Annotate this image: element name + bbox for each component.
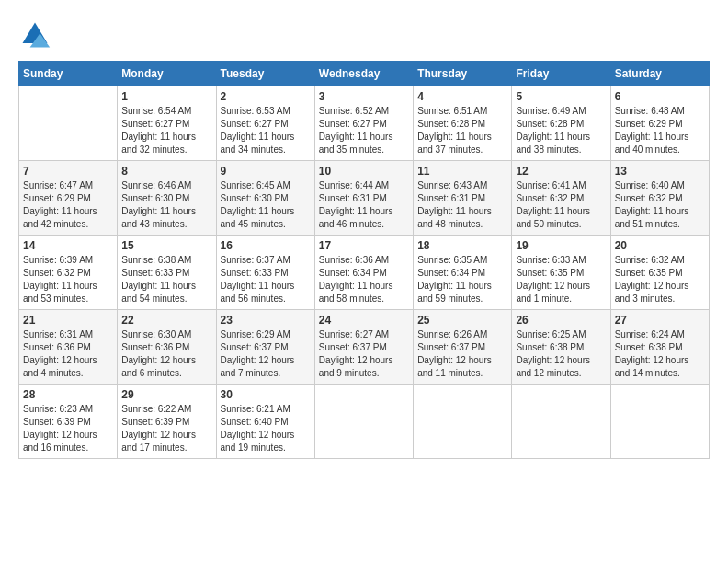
day-info: Sunrise: 6:47 AM Sunset: 6:29 PM Dayligh… — [23, 179, 113, 231]
day-number: 6 — [615, 90, 705, 103]
day-number: 4 — [417, 90, 507, 103]
day-info: Sunrise: 6:35 AM Sunset: 6:34 PM Dayligh… — [417, 254, 507, 305]
calendar-cell: 14Sunrise: 6:39 AM Sunset: 6:32 PM Dayli… — [19, 236, 118, 310]
calendar-cell: 20Sunrise: 6:32 AM Sunset: 6:35 PM Dayli… — [610, 236, 709, 310]
day-number: 27 — [615, 314, 705, 327]
day-number: 25 — [417, 314, 507, 327]
day-number: 24 — [319, 314, 409, 327]
day-number: 28 — [23, 388, 113, 401]
calendar-day-header: Friday — [512, 62, 610, 86]
calendar-day-header: Tuesday — [216, 62, 314, 86]
calendar-cell: 4Sunrise: 6:51 AM Sunset: 6:28 PM Daylig… — [414, 86, 512, 161]
calendar-day-header: Monday — [118, 62, 216, 86]
calendar-day-header: Saturday — [610, 62, 709, 86]
calendar-cell — [19, 86, 118, 161]
logo — [18, 18, 57, 52]
day-info: Sunrise: 6:39 AM Sunset: 6:32 PM Dayligh… — [23, 254, 113, 305]
calendar-cell: 27Sunrise: 6:24 AM Sunset: 6:38 PM Dayli… — [610, 310, 709, 385]
day-info: Sunrise: 6:31 AM Sunset: 6:36 PM Dayligh… — [23, 328, 113, 380]
day-number: 20 — [615, 239, 705, 252]
calendar-cell: 5Sunrise: 6:49 AM Sunset: 6:28 PM Daylig… — [512, 86, 610, 161]
day-number: 15 — [121, 239, 211, 252]
calendar-cell: 8Sunrise: 6:46 AM Sunset: 6:30 PM Daylig… — [118, 161, 216, 236]
calendar-cell: 26Sunrise: 6:25 AM Sunset: 6:38 PM Dayli… — [512, 310, 610, 385]
calendar-week-row: 1Sunrise: 6:54 AM Sunset: 6:27 PM Daylig… — [19, 86, 710, 161]
day-number: 10 — [319, 165, 409, 178]
calendar-week-row: 14Sunrise: 6:39 AM Sunset: 6:32 PM Dayli… — [19, 236, 710, 310]
day-number: 16 — [221, 239, 311, 252]
day-number: 7 — [23, 165, 113, 178]
calendar-cell — [512, 385, 610, 459]
day-info: Sunrise: 6:49 AM Sunset: 6:28 PM Dayligh… — [516, 105, 606, 156]
calendar-cell: 16Sunrise: 6:37 AM Sunset: 6:33 PM Dayli… — [216, 236, 314, 310]
day-info: Sunrise: 6:44 AM Sunset: 6:31 PM Dayligh… — [319, 179, 409, 231]
day-info: Sunrise: 6:38 AM Sunset: 6:33 PM Dayligh… — [121, 254, 211, 305]
day-info: Sunrise: 6:36 AM Sunset: 6:34 PM Dayligh… — [319, 254, 409, 305]
calendar-cell: 25Sunrise: 6:26 AM Sunset: 6:37 PM Dayli… — [414, 310, 512, 385]
calendar-cell: 7Sunrise: 6:47 AM Sunset: 6:29 PM Daylig… — [19, 161, 118, 236]
day-info: Sunrise: 6:40 AM Sunset: 6:32 PM Dayligh… — [615, 179, 705, 231]
calendar-week-row: 7Sunrise: 6:47 AM Sunset: 6:29 PM Daylig… — [19, 161, 710, 236]
day-info: Sunrise: 6:22 AM Sunset: 6:39 PM Dayligh… — [121, 403, 211, 454]
calendar-day-header: Sunday — [19, 62, 118, 86]
calendar-cell: 3Sunrise: 6:52 AM Sunset: 6:27 PM Daylig… — [314, 86, 413, 161]
day-number: 17 — [319, 239, 409, 252]
day-info: Sunrise: 6:52 AM Sunset: 6:27 PM Dayligh… — [319, 105, 409, 156]
day-info: Sunrise: 6:25 AM Sunset: 6:38 PM Dayligh… — [516, 328, 606, 380]
day-number: 5 — [516, 90, 606, 103]
calendar-cell: 11Sunrise: 6:43 AM Sunset: 6:31 PM Dayli… — [414, 161, 512, 236]
calendar-cell: 17Sunrise: 6:36 AM Sunset: 6:34 PM Dayli… — [314, 236, 413, 310]
day-info: Sunrise: 6:54 AM Sunset: 6:27 PM Dayligh… — [121, 105, 211, 156]
calendar-cell: 24Sunrise: 6:27 AM Sunset: 6:37 PM Dayli… — [314, 310, 413, 385]
day-info: Sunrise: 6:30 AM Sunset: 6:36 PM Dayligh… — [121, 328, 211, 380]
day-number: 23 — [221, 314, 311, 327]
calendar-cell: 18Sunrise: 6:35 AM Sunset: 6:34 PM Dayli… — [414, 236, 512, 310]
calendar-cell: 10Sunrise: 6:44 AM Sunset: 6:31 PM Dayli… — [314, 161, 413, 236]
day-number: 2 — [221, 90, 311, 103]
calendar-cell: 23Sunrise: 6:29 AM Sunset: 6:37 PM Dayli… — [216, 310, 314, 385]
day-info: Sunrise: 6:37 AM Sunset: 6:33 PM Dayligh… — [221, 254, 311, 305]
day-number: 22 — [121, 314, 211, 327]
calendar-day-header: Thursday — [414, 62, 512, 86]
day-info: Sunrise: 6:43 AM Sunset: 6:31 PM Dayligh… — [417, 179, 507, 231]
day-number: 26 — [516, 314, 606, 327]
day-number: 21 — [23, 314, 113, 327]
calendar-table: SundayMondayTuesdayWednesdayThursdayFrid… — [18, 61, 710, 459]
calendar-cell: 6Sunrise: 6:48 AM Sunset: 6:29 PM Daylig… — [610, 86, 709, 161]
day-info: Sunrise: 6:23 AM Sunset: 6:39 PM Dayligh… — [23, 403, 113, 454]
day-info: Sunrise: 6:41 AM Sunset: 6:32 PM Dayligh… — [516, 179, 606, 231]
calendar-cell: 21Sunrise: 6:31 AM Sunset: 6:36 PM Dayli… — [19, 310, 118, 385]
day-info: Sunrise: 6:21 AM Sunset: 6:40 PM Dayligh… — [221, 403, 311, 454]
calendar-cell: 1Sunrise: 6:54 AM Sunset: 6:27 PM Daylig… — [118, 86, 216, 161]
calendar-cell — [610, 385, 709, 459]
day-info: Sunrise: 6:46 AM Sunset: 6:30 PM Dayligh… — [121, 179, 211, 231]
day-number: 3 — [319, 90, 409, 103]
day-info: Sunrise: 6:33 AM Sunset: 6:35 PM Dayligh… — [516, 254, 606, 305]
day-number: 14 — [23, 239, 113, 252]
day-info: Sunrise: 6:27 AM Sunset: 6:37 PM Dayligh… — [319, 328, 409, 380]
day-number: 19 — [516, 239, 606, 252]
calendar-cell: 28Sunrise: 6:23 AM Sunset: 6:39 PM Dayli… — [19, 385, 118, 459]
calendar-cell: 19Sunrise: 6:33 AM Sunset: 6:35 PM Dayli… — [512, 236, 610, 310]
calendar-cell — [314, 385, 413, 459]
calendar-cell: 30Sunrise: 6:21 AM Sunset: 6:40 PM Dayli… — [216, 385, 314, 459]
calendar-cell — [414, 385, 512, 459]
calendar-cell: 9Sunrise: 6:45 AM Sunset: 6:30 PM Daylig… — [216, 161, 314, 236]
day-info: Sunrise: 6:45 AM Sunset: 6:30 PM Dayligh… — [221, 179, 311, 231]
calendar-cell: 15Sunrise: 6:38 AM Sunset: 6:33 PM Dayli… — [118, 236, 216, 310]
day-info: Sunrise: 6:53 AM Sunset: 6:27 PM Dayligh… — [221, 105, 311, 156]
day-info: Sunrise: 6:51 AM Sunset: 6:28 PM Dayligh… — [417, 105, 507, 156]
calendar-cell: 2Sunrise: 6:53 AM Sunset: 6:27 PM Daylig… — [216, 86, 314, 161]
calendar-cell: 22Sunrise: 6:30 AM Sunset: 6:36 PM Dayli… — [118, 310, 216, 385]
calendar-week-row: 21Sunrise: 6:31 AM Sunset: 6:36 PM Dayli… — [19, 310, 710, 385]
day-info: Sunrise: 6:32 AM Sunset: 6:35 PM Dayligh… — [615, 254, 705, 305]
day-number: 13 — [615, 165, 705, 178]
calendar-cell: 13Sunrise: 6:40 AM Sunset: 6:32 PM Dayli… — [610, 161, 709, 236]
page-header — [18, 18, 710, 52]
day-number: 11 — [417, 165, 507, 178]
day-number: 29 — [121, 388, 211, 401]
day-info: Sunrise: 6:48 AM Sunset: 6:29 PM Dayligh… — [615, 105, 705, 156]
day-info: Sunrise: 6:24 AM Sunset: 6:38 PM Dayligh… — [615, 328, 705, 380]
day-info: Sunrise: 6:29 AM Sunset: 6:37 PM Dayligh… — [221, 328, 311, 380]
day-number: 30 — [221, 388, 311, 401]
